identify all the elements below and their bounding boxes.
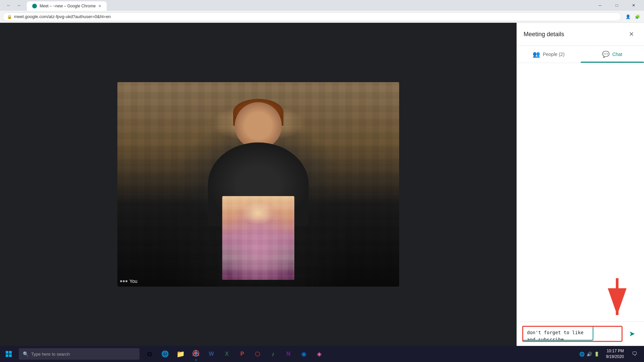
svg-rect-10 <box>6 354 8 357</box>
taskbar-search[interactable]: 🔍 Type here to search <box>19 348 140 360</box>
chat-message-input[interactable]: don't forget to like and subscribe <box>522 326 593 341</box>
taskbar-chrome[interactable] <box>189 346 203 362</box>
close-button[interactable]: ✕ <box>626 0 641 11</box>
tab-title: Meet – ~new – Google Chrome <box>40 4 96 8</box>
volume-icon: 🔊 <box>587 352 592 357</box>
notification-icon: 🗨 <box>632 351 637 357</box>
clock-date: 9/19/2020 <box>606 354 624 360</box>
send-message-button[interactable]: ➤ <box>625 327 639 341</box>
taskbar: 🔍 Type here to search ⧉ 🌐 📁 W <box>0 346 644 362</box>
file-explorer-icon: 📁 <box>176 350 185 358</box>
dot-2 <box>123 280 125 282</box>
start-button[interactable] <box>0 346 17 362</box>
thumb-background <box>222 196 294 280</box>
chat-area <box>517 63 644 321</box>
chrome-window-controls: ─ □ ✕ <box>592 0 641 11</box>
svg-rect-11 <box>9 354 12 357</box>
taskbar-office[interactable]: ⬡ <box>250 346 265 362</box>
taskbar-apps: ⧉ 🌐 📁 W X P ⬡ <box>142 346 327 362</box>
windows-logo-icon <box>6 351 12 357</box>
people-icon: 👥 <box>533 51 540 58</box>
chrome-addressbar: 🔒 meet.google.com/atz-fpvg-ukd?authuser=… <box>0 11 644 23</box>
you-text: You <box>129 279 138 284</box>
tab-chat[interactable]: 💬 Chat <box>581 46 644 63</box>
chrome-tab[interactable]: Meet – ~new – Google Chrome ✕ <box>27 1 107 11</box>
taskbar-spotify[interactable]: ♪ <box>266 346 280 362</box>
you-label: You <box>120 279 138 284</box>
svg-rect-9 <box>9 351 12 354</box>
taskbar-word[interactable]: W <box>204 346 219 362</box>
profile-icon[interactable]: 👤 <box>624 13 632 21</box>
battery-icon: 🔋 <box>594 352 599 357</box>
address-text: meet.google.com/atz-fpvg-ukd?authuser=0&… <box>14 14 111 19</box>
lock-icon: 🔒 <box>7 14 12 19</box>
taskbar-system-tray: 🌐 🔊 🔋 10:17 PM 9/19/2020 🗨 <box>577 346 644 362</box>
tab-chat-label: Chat <box>612 52 622 57</box>
chrome-titlebar: ← → ↻ Meet – ~new – Google Chrome ✕ ─ □ … <box>0 0 644 11</box>
taskbar-extra-app[interactable]: ◈ <box>312 346 327 362</box>
chrome-active-dot <box>195 359 197 361</box>
powerpoint-icon: P <box>240 351 244 357</box>
extensions-icon[interactable]: 🧩 <box>633 13 641 21</box>
address-box[interactable]: 🔒 meet.google.com/atz-fpvg-ukd?authuser=… <box>3 12 621 21</box>
video-area: You <box>0 23 517 346</box>
nav-back[interactable]: ← <box>4 1 13 10</box>
taskbar-excel[interactable]: X <box>219 346 234 362</box>
clock-time: 10:17 PM <box>606 348 624 354</box>
thumb-pixel <box>222 196 294 280</box>
taskbar-powerpoint[interactable]: P <box>235 346 250 362</box>
minimize-button[interactable]: ─ <box>592 0 608 11</box>
notification-button[interactable]: 🗨 <box>628 346 641 362</box>
taskbar-clock[interactable]: 10:17 PM 9/19/2020 <box>603 348 627 360</box>
edge-icon: 🌐 <box>161 350 169 358</box>
svg-rect-8 <box>6 351 8 354</box>
onenote-icon: N <box>286 351 290 357</box>
taskbar-onenote[interactable]: N <box>281 346 296 362</box>
taskbar-file-explorer[interactable]: 📁 <box>173 346 188 362</box>
taskbar-sys-icons: 🌐 🔊 🔋 <box>577 352 602 357</box>
taskbar-search-placeholder: Type here to search <box>31 352 70 357</box>
main-container: You Meeting details ✕ 👥 People (2) <box>0 23 644 346</box>
chrome-icon <box>193 350 199 358</box>
taskbar-edge2[interactable]: ◉ <box>297 346 311 362</box>
spotify-icon: ♪ <box>272 351 275 358</box>
thumbnail-video <box>222 196 294 280</box>
dot-1 <box>120 280 122 282</box>
main-video: You <box>117 82 399 287</box>
person-head <box>235 102 282 149</box>
sidebar: Meeting details ✕ 👥 People (2) 💬 Chat do… <box>517 23 644 346</box>
sidebar-tabs: 👥 People (2) 💬 Chat <box>517 46 644 63</box>
chat-icon: 💬 <box>602 51 609 58</box>
sidebar-header: Meeting details ✕ <box>517 23 644 46</box>
edge2-icon: ◉ <box>301 350 307 358</box>
extra-app-icon: ◈ <box>317 350 322 358</box>
tab-people-label: People (2) <box>543 52 565 57</box>
word-icon: W <box>209 351 214 357</box>
network-icon: 🌐 <box>579 352 585 357</box>
tab-close-icon[interactable]: ✕ <box>98 4 101 8</box>
taskbar-task-view[interactable]: ⧉ <box>142 346 157 362</box>
meet-favicon-icon <box>32 4 37 8</box>
sidebar-title: Meeting details <box>524 31 564 38</box>
excel-icon: X <box>225 351 229 357</box>
nav-forward[interactable]: → <box>14 1 23 10</box>
send-icon: ➤ <box>629 329 635 338</box>
sidebar-close-button[interactable]: ✕ <box>625 28 637 40</box>
chat-input-area: don't forget to like and subscribe ➤ <box>517 321 644 346</box>
maximize-button[interactable]: □ <box>609 0 625 11</box>
office-icon: ⬡ <box>255 350 260 358</box>
taskbar-search-icon: 🔍 <box>23 351 29 357</box>
tab-people[interactable]: 👥 People (2) <box>517 46 581 63</box>
you-dots <box>120 280 127 282</box>
taskbar-edge[interactable]: 🌐 <box>158 346 172 362</box>
task-view-icon: ⧉ <box>147 350 152 358</box>
dot-3 <box>125 280 127 282</box>
extension-area: 👤 🧩 <box>624 13 641 21</box>
